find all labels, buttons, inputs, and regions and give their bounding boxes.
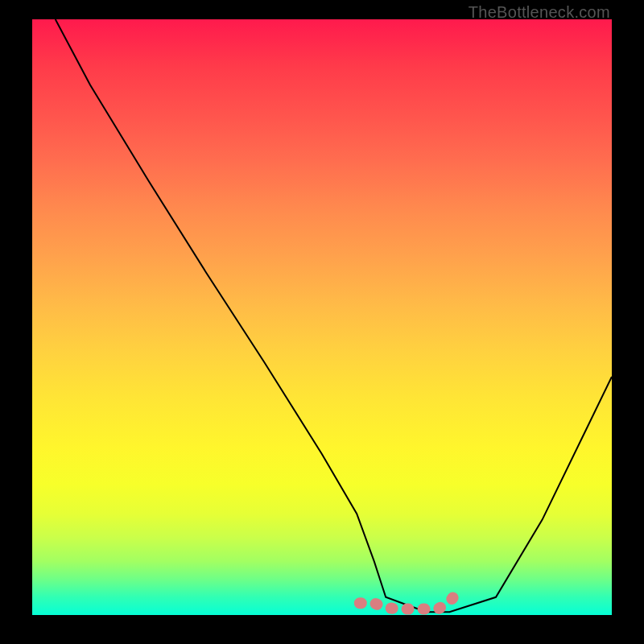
- bottleneck-curve: [56, 19, 612, 612]
- watermark-text: TheBottleneck.com: [469, 3, 610, 22]
- optimal-range-highlight: [360, 591, 458, 609]
- plot-area: [32, 19, 612, 615]
